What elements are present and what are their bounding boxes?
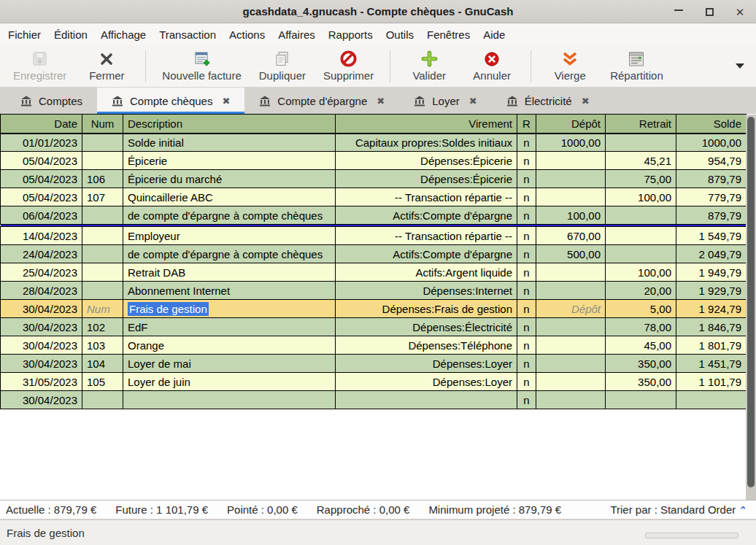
- cell-date[interactable]: 05/04/2023: [1, 152, 82, 170]
- cell-virement[interactable]: Dépenses:Frais de gestion: [336, 300, 517, 318]
- cell-description[interactable]: Loyer de mai: [123, 355, 336, 373]
- cell-retrait[interactable]: 20,00: [606, 282, 676, 300]
- cell-num[interactable]: [82, 152, 123, 170]
- cell-description[interactable]: Loyer de juin: [123, 373, 336, 391]
- cell-depot[interactable]: [536, 373, 606, 391]
- cell-description[interactable]: Retrait DAB: [123, 263, 336, 282]
- cell-reconcile[interactable]: n: [517, 355, 536, 373]
- tab-e-lectricite-[interactable]: Électricité✖: [492, 88, 604, 114]
- tab-close-icon[interactable]: ✖: [469, 96, 477, 107]
- cell-num[interactable]: 107: [82, 188, 123, 206]
- cell-virement[interactable]: [336, 391, 517, 409]
- column-header-date[interactable]: Date: [1, 115, 82, 134]
- menu-item-edition[interactable]: Édition: [47, 25, 94, 45]
- cell-solde[interactable]: 1 549,79: [676, 227, 747, 245]
- cell-reconcile[interactable]: n: [517, 170, 536, 188]
- cell-virement[interactable]: Dépenses:Téléphone: [336, 336, 517, 355]
- toolbar-button-re-partition[interactable]: Répartition: [601, 47, 672, 85]
- menu-item-rapports[interactable]: Rapports: [322, 25, 379, 45]
- column-header-depot[interactable]: Dépôt: [536, 115, 606, 134]
- cell-virement[interactable]: Actifs:Argent liquide: [336, 263, 517, 282]
- tab-compte-d-e-pargne[interactable]: Compte d'épargne✖: [244, 88, 399, 114]
- cell-retrait[interactable]: [606, 206, 676, 225]
- cell-depot[interactable]: [536, 391, 606, 409]
- toolbar-button-vierge[interactable]: Vierge: [539, 47, 601, 85]
- cell-retrait[interactable]: 45,00: [606, 336, 676, 355]
- cell-num[interactable]: 104: [82, 355, 123, 373]
- cell-date[interactable]: 30/04/2023: [1, 300, 82, 318]
- tab-compte-che-ques[interactable]: Compte chèques✖: [97, 88, 244, 114]
- cell-reconcile[interactable]: n: [517, 227, 536, 245]
- cell-num[interactable]: [82, 245, 123, 263]
- cell-retrait[interactable]: 100,00: [606, 263, 676, 282]
- tab-loyer[interactable]: Loyer✖: [399, 88, 491, 114]
- toolbar-button-supprimer[interactable]: Supprimer: [315, 47, 382, 85]
- cell-virement[interactable]: Capitaux propres:Soldes initiaux: [336, 134, 517, 152]
- cell-description[interactable]: Frais de gestion: [123, 300, 336, 318]
- menu-item-fenetres[interactable]: Fenêtres: [420, 25, 477, 45]
- cell-depot[interactable]: 100,00: [536, 206, 606, 225]
- cell-solde[interactable]: 1 846,79: [676, 318, 747, 336]
- cell-description[interactable]: EdF: [123, 318, 336, 336]
- tab-close-icon[interactable]: ✖: [582, 96, 590, 107]
- cell-depot[interactable]: 670,00: [536, 227, 606, 245]
- cell-virement[interactable]: Dépenses:Loyer: [336, 373, 517, 391]
- cell-solde[interactable]: 1 924,79: [676, 300, 747, 318]
- menu-item-transaction[interactable]: Transaction: [153, 25, 223, 45]
- cell-solde[interactable]: 879,79: [676, 206, 747, 225]
- cell-num[interactable]: [82, 391, 123, 409]
- cell-date[interactable]: 01/01/2023: [1, 134, 82, 152]
- cell-solde[interactable]: 954,79: [676, 152, 747, 170]
- cell-description[interactable]: Épicerie: [123, 152, 336, 170]
- cell-retrait[interactable]: 350,00: [606, 373, 676, 391]
- cell-depot[interactable]: 1000,00: [536, 134, 606, 152]
- cell-description[interactable]: Abonnement Internet: [123, 282, 336, 300]
- cell-depot[interactable]: Dépôt: [536, 300, 606, 318]
- toolbar-button-valider[interactable]: Valider: [398, 47, 460, 85]
- cell-reconcile[interactable]: n: [517, 318, 536, 336]
- cell-num[interactable]: 102: [82, 318, 123, 336]
- cell-num[interactable]: [82, 227, 123, 245]
- toolbar-overflow-arrow-icon[interactable]: [736, 63, 744, 69]
- cell-solde[interactable]: 1 101,79: [676, 373, 747, 391]
- cell-depot[interactable]: [536, 152, 606, 170]
- cell-num[interactable]: [82, 263, 123, 282]
- cell-solde[interactable]: 879,79: [676, 170, 747, 188]
- column-header-num[interactable]: Num: [82, 115, 123, 134]
- column-header-description[interactable]: Description: [123, 115, 336, 134]
- cell-description[interactable]: de compte d'épargne à compte chèques: [123, 245, 336, 263]
- cell-virement[interactable]: -- Transaction répartie --: [336, 188, 517, 206]
- menu-item-outils[interactable]: Outils: [379, 25, 420, 45]
- cell-reconcile[interactable]: n: [517, 245, 536, 263]
- menu-item-affichage[interactable]: Affichage: [94, 25, 153, 45]
- cell-retrait[interactable]: [606, 134, 676, 152]
- cell-solde[interactable]: 1 929,79: [676, 282, 747, 300]
- cell-depot[interactable]: [536, 355, 606, 373]
- cell-retrait[interactable]: 78,00: [606, 318, 676, 336]
- cell-date[interactable]: 30/04/2023: [1, 318, 82, 336]
- cell-retrait[interactable]: [606, 227, 676, 245]
- cell-description[interactable]: Quincaillerie ABC: [123, 188, 336, 206]
- cell-depot[interactable]: [536, 188, 606, 206]
- menu-item-actions[interactable]: Actions: [223, 25, 271, 45]
- tab-comptes[interactable]: Comptes: [6, 88, 97, 114]
- toolbar-button-fermer[interactable]: Fermer: [75, 47, 138, 85]
- cell-virement[interactable]: Dépenses:Internet: [336, 282, 517, 300]
- cell-date[interactable]: 30/04/2023: [1, 391, 82, 409]
- cell-depot[interactable]: [536, 336, 606, 355]
- cell-date[interactable]: 24/04/2023: [1, 245, 82, 263]
- column-header-solde[interactable]: Solde: [676, 115, 747, 134]
- cell-retrait[interactable]: [606, 245, 676, 263]
- cell-reconcile[interactable]: n: [517, 336, 536, 355]
- cell-solde[interactable]: 1000,00: [676, 134, 747, 152]
- cell-description[interactable]: [123, 391, 336, 409]
- toolbar-button-dupliquer[interactable]: Dupliquer: [250, 47, 315, 85]
- cell-description[interactable]: Solde initial: [123, 134, 336, 152]
- cell-virement[interactable]: -- Transaction répartie --: [336, 227, 517, 245]
- tab-close-icon[interactable]: ✖: [377, 96, 385, 107]
- cell-depot[interactable]: [536, 263, 606, 282]
- cell-depot[interactable]: [536, 282, 606, 300]
- cell-date[interactable]: 28/04/2023: [1, 282, 82, 300]
- cell-num[interactable]: [82, 206, 123, 225]
- vertical-scrollbar[interactable]: [746, 115, 756, 500]
